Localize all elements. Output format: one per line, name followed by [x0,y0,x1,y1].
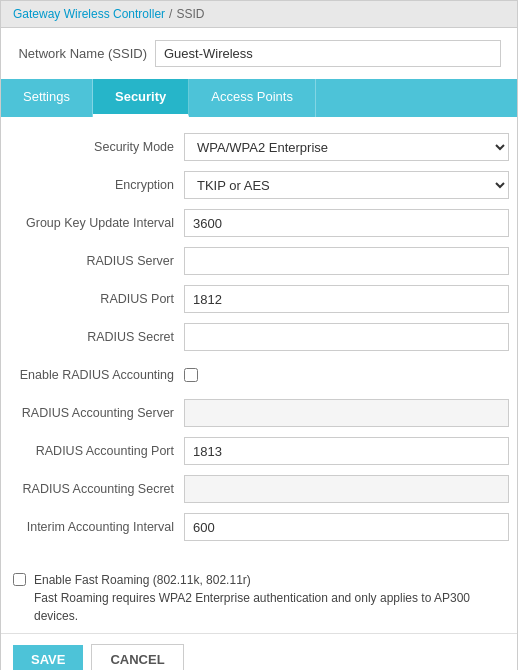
group-key-label: Group Key Update Interval [9,216,184,230]
radius-accounting-port-row: RADIUS Accounting Port [9,437,509,465]
enable-radius-accounting-label: Enable RADIUS Accounting [9,368,184,382]
radius-secret-row: RADIUS Secret [9,323,509,351]
breadcrumb-link[interactable]: Gateway Wireless Controller [13,7,165,21]
radius-accounting-secret-input[interactable] [184,475,509,503]
save-button[interactable]: SAVE [13,645,83,670]
fast-roaming-text: Enable Fast Roaming (802.11k, 802.11r) F… [34,571,509,625]
network-name-label: Network Name (SSID) [17,46,147,61]
interim-accounting-label: Interim Accounting Interval [9,520,184,534]
cancel-button[interactable]: CANCEL [91,644,183,670]
breadcrumb-current: SSID [176,7,204,21]
fast-roaming-checkbox[interactable] [13,573,26,586]
form-content: Security Mode WPA/WPA2 Enterprise WPA2 P… [1,117,517,559]
fast-roaming-description: Fast Roaming requires WPA2 Enterprise au… [34,589,509,625]
encryption-select[interactable]: TKIP or AES AES TKIP [184,171,509,199]
tab-security[interactable]: Security [93,79,189,117]
radius-accounting-port-input[interactable] [184,437,509,465]
breadcrumb: Gateway Wireless Controller / SSID [1,1,517,28]
page-wrapper: Gateway Wireless Controller / SSID Netwo… [0,0,518,670]
interim-accounting-input[interactable] [184,513,509,541]
breadcrumb-separator: / [169,7,172,21]
radius-secret-label: RADIUS Secret [9,330,184,344]
radius-port-input[interactable] [184,285,509,313]
radius-accounting-server-label: RADIUS Accounting Server [9,406,184,420]
group-key-input[interactable] [184,209,509,237]
encryption-row: Encryption TKIP or AES AES TKIP [9,171,509,199]
security-mode-row: Security Mode WPA/WPA2 Enterprise WPA2 P… [9,133,509,161]
radius-port-row: RADIUS Port [9,285,509,313]
radius-accounting-server-row: RADIUS Accounting Server [9,399,509,427]
radius-accounting-port-label: RADIUS Accounting Port [9,444,184,458]
tabs-bar: Settings Security Access Points [1,79,517,117]
radius-server-input[interactable] [184,247,509,275]
tab-access-points[interactable]: Access Points [189,79,316,117]
enable-radius-accounting-checkbox[interactable] [184,368,198,382]
radius-secret-input[interactable] [184,323,509,351]
network-name-row: Network Name (SSID) [1,28,517,79]
tab-settings[interactable]: Settings [1,79,93,117]
radius-server-row: RADIUS Server [9,247,509,275]
fast-roaming-section: Enable Fast Roaming (802.11k, 802.11r) F… [1,563,517,633]
security-mode-label: Security Mode [9,140,184,154]
group-key-row: Group Key Update Interval [9,209,509,237]
network-name-input[interactable] [155,40,501,67]
radius-accounting-secret-row: RADIUS Accounting Secret [9,475,509,503]
footer: SAVE CANCEL [1,633,517,670]
encryption-label: Encryption [9,178,184,192]
radius-port-label: RADIUS Port [9,292,184,306]
enable-radius-accounting-row: Enable RADIUS Accounting [9,361,509,389]
radius-server-label: RADIUS Server [9,254,184,268]
interim-accounting-row: Interim Accounting Interval [9,513,509,541]
radius-accounting-server-input[interactable] [184,399,509,427]
radius-accounting-secret-label: RADIUS Accounting Secret [9,482,184,496]
security-mode-select[interactable]: WPA/WPA2 Enterprise WPA2 Personal WPA Pe… [184,133,509,161]
fast-roaming-label: Enable Fast Roaming (802.11k, 802.11r) [34,571,509,589]
